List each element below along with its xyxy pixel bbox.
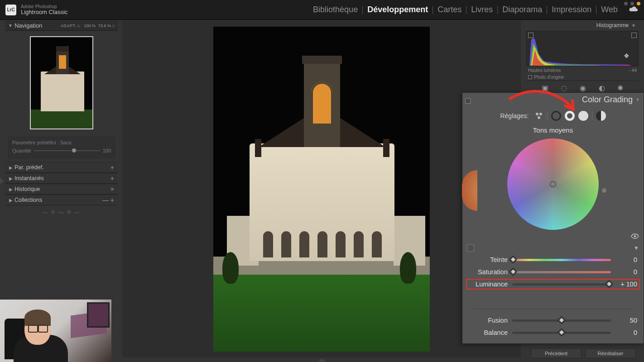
cg-section-title: Tons moyens bbox=[462, 124, 644, 138]
balance-value[interactable]: 0 bbox=[615, 329, 637, 336]
teinte-slider[interactable] bbox=[512, 259, 611, 261]
module-map[interactable]: Cartes bbox=[433, 5, 466, 14]
redeye-tool-icon[interactable]: ◉ bbox=[580, 84, 586, 92]
shadows-wheel-peek[interactable] bbox=[462, 170, 477, 211]
fusion-label: Fusion bbox=[469, 317, 508, 324]
quantity-value: 100 bbox=[103, 148, 111, 153]
app-header: LrC Adobe Photoshop Lightroom Classic Bi… bbox=[0, 0, 644, 20]
module-web[interactable]: Web bbox=[596, 5, 622, 14]
view-global-icon[interactable] bbox=[596, 111, 606, 121]
panel-menu-icon[interactable]: ▾ bbox=[636, 96, 639, 103]
balance-label: Balance bbox=[469, 329, 508, 336]
move-cursor-icon: ✥ bbox=[624, 52, 629, 59]
cloud-sync-icon[interactable] bbox=[629, 5, 639, 14]
heal-tool-icon[interactable]: ◌ bbox=[561, 84, 567, 92]
collapse-bottom-icon[interactable] bbox=[318, 358, 326, 362]
preset-param-label: Paramètre prédéfini : bbox=[12, 140, 59, 145]
add-icon[interactable]: + bbox=[111, 175, 114, 182]
module-print[interactable]: Impression bbox=[547, 5, 596, 14]
zoom-custom[interactable]: 73.6 % bbox=[98, 24, 111, 28]
navigator-header[interactable]: ▼ Navigation ADAPT. ◇ 100 % 73.6 % ◇ bbox=[5, 21, 118, 31]
photo-preview bbox=[213, 27, 430, 352]
module-slideshow[interactable]: Diaporama bbox=[498, 5, 547, 14]
window-dot-icon bbox=[630, 2, 634, 5]
accordion-label: Par. prédef. bbox=[14, 164, 44, 171]
module-develop[interactable]: Développement bbox=[363, 5, 433, 14]
quantity-slider[interactable] bbox=[34, 150, 100, 151]
mask-tool-icon[interactable]: ◐ bbox=[599, 84, 605, 92]
preset-amount-box: Paramètre prédéfini : Sans Quantité 100 bbox=[8, 137, 115, 158]
zoom-mode-label[interactable]: ADAPT. bbox=[61, 24, 77, 28]
saturation-row: Saturation 0 bbox=[469, 268, 637, 276]
cg-view-switcher: Réglages: bbox=[462, 106, 644, 124]
luminance-label: Luminance bbox=[469, 281, 508, 288]
fusion-value[interactable]: 50 bbox=[615, 317, 637, 324]
adjust-label: Réglages: bbox=[500, 112, 529, 119]
checkbox-icon[interactable] bbox=[528, 75, 532, 79]
midtones-color-wheel[interactable] bbox=[507, 138, 599, 230]
highlights-label: Hautes lumières bbox=[528, 68, 561, 73]
color-grading-panel: Color Grading ▾ Réglages: Tons moyens ▼ … bbox=[462, 92, 644, 344]
color-swatch[interactable] bbox=[467, 244, 474, 252]
fusion-row: Fusion 50 bbox=[469, 317, 637, 324]
teinte-value[interactable]: 0 bbox=[615, 256, 637, 263]
panel-end-ornament: ∽⚘∾⚘∽ bbox=[5, 205, 118, 219]
teinte-label: Teinte bbox=[469, 256, 508, 263]
presenter-webcam bbox=[0, 300, 111, 362]
accordion-history[interactable]: ▶Historique × bbox=[5, 184, 118, 195]
module-library[interactable]: Bibliothèque bbox=[308, 5, 362, 14]
color-grading-title: Color Grading bbox=[467, 95, 633, 105]
window-dot-icon bbox=[624, 2, 628, 5]
image-canvas[interactable] bbox=[122, 21, 521, 357]
app-brand: Adobe Photoshop Lightroom Classic bbox=[21, 4, 67, 15]
luminance-value[interactable]: + 100 bbox=[615, 281, 637, 288]
highlights-value: - 44 bbox=[629, 68, 637, 73]
svg-point-0 bbox=[634, 235, 636, 237]
histogram-display[interactable]: ✥ bbox=[526, 31, 639, 66]
quantity-label: Quantité bbox=[12, 148, 31, 153]
navigator-thumbnail[interactable] bbox=[30, 36, 93, 129]
saturation-slider[interactable] bbox=[512, 271, 611, 273]
wheel-handle-icon[interactable] bbox=[602, 188, 606, 193]
add-icon[interactable]: + bbox=[111, 164, 114, 171]
navigator-title: Navigation bbox=[14, 22, 61, 29]
luminance-highlight-box: Luminance + 100 bbox=[466, 279, 640, 290]
fusion-slider[interactable] bbox=[512, 319, 611, 322]
reset-button[interactable]: Réinitialiser bbox=[585, 348, 636, 358]
preset-param-value: Sans bbox=[60, 140, 72, 145]
accordion-presets[interactable]: ▶Par. prédef. + bbox=[5, 162, 118, 173]
luminance-slider[interactable] bbox=[512, 283, 611, 286]
expand-sliders-icon[interactable]: ▼ bbox=[634, 245, 639, 251]
preview-toggle-icon[interactable] bbox=[631, 233, 639, 241]
clear-icon[interactable]: × bbox=[111, 186, 114, 193]
accordion-label: Instantanés bbox=[14, 175, 44, 181]
original-label: Photo d'origine bbox=[534, 75, 564, 80]
balance-row: Balance 0 bbox=[469, 329, 637, 336]
view-highlights-icon[interactable] bbox=[578, 111, 588, 121]
module-book[interactable]: Livres bbox=[466, 5, 497, 14]
app-logo: LrC bbox=[5, 5, 16, 15]
view-shadows-icon[interactable] bbox=[551, 111, 561, 121]
brand-line2: Lightroom Classic bbox=[21, 9, 67, 15]
original-photo-toggle[interactable]: Photo d'origine bbox=[526, 74, 639, 81]
radial-tool-icon[interactable]: ✺ bbox=[617, 84, 623, 92]
accordion-label: Historique bbox=[14, 186, 40, 192]
view-3way-icon[interactable] bbox=[534, 113, 543, 119]
crop-tool-icon[interactable]: ▣ bbox=[542, 84, 548, 92]
previous-button[interactable]: Précédent bbox=[531, 348, 582, 358]
accordion-snapshots[interactable]: ▶Instantanés + bbox=[5, 173, 118, 184]
panel-pin-icon[interactable] bbox=[465, 98, 471, 104]
zoom-100[interactable]: 100 % bbox=[84, 24, 96, 28]
accordion-collections[interactable]: ▶Collections — + bbox=[5, 195, 118, 205]
balance-slider[interactable] bbox=[512, 332, 611, 334]
collapse-left-icon[interactable] bbox=[0, 177, 4, 185]
saturation-value[interactable]: 0 bbox=[615, 268, 637, 276]
view-midtones-icon[interactable] bbox=[565, 111, 575, 121]
wheel-center-icon bbox=[550, 181, 556, 187]
histogram-header[interactable]: Histogramme ▼ bbox=[526, 21, 639, 30]
teinte-row: Teinte 0 bbox=[469, 256, 637, 263]
disclosure-icon: ▼ bbox=[631, 23, 636, 28]
add-remove-icon[interactable]: — + bbox=[102, 196, 114, 204]
develop-footer-buttons: Précédent Réinitialiser bbox=[531, 348, 636, 358]
window-dot-icon bbox=[637, 2, 640, 5]
